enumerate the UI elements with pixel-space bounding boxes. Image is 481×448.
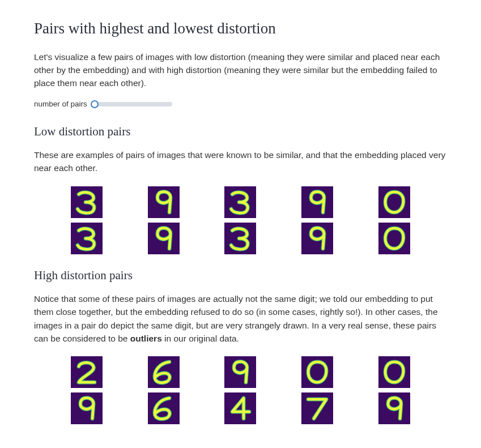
digit-image bbox=[224, 186, 256, 218]
digit-image bbox=[71, 186, 103, 218]
pairs-slider-track[interactable] bbox=[93, 102, 172, 106]
high-text-post: in our original data. bbox=[162, 334, 239, 343]
digit-image bbox=[301, 392, 333, 424]
digit-image bbox=[301, 356, 333, 388]
digit-pair bbox=[148, 186, 180, 254]
high-text: Notice that some of these pairs of image… bbox=[34, 292, 447, 345]
pairs-slider-thumb[interactable] bbox=[91, 100, 99, 108]
digit-image bbox=[148, 223, 180, 254]
pairs-slider-label: number of pairs bbox=[34, 99, 87, 110]
low-text: These are examples of pairs of images th… bbox=[34, 148, 447, 175]
pairs-slider[interactable]: number of pairs bbox=[34, 99, 447, 110]
digit-image bbox=[378, 223, 410, 254]
digit-pair bbox=[378, 186, 410, 254]
digit-image bbox=[301, 223, 333, 254]
digit-image bbox=[148, 186, 180, 218]
digit-pair bbox=[224, 356, 256, 424]
digit-image bbox=[71, 223, 103, 254]
high-text-bold: outliers bbox=[130, 334, 162, 343]
digit-image bbox=[224, 392, 256, 424]
digit-image bbox=[148, 356, 180, 388]
digit-pair bbox=[224, 186, 256, 254]
digit-pair bbox=[301, 356, 333, 424]
digit-pair bbox=[148, 356, 180, 424]
digit-pair bbox=[71, 356, 103, 424]
intro-text: Let's visualize a few pairs of images wi… bbox=[34, 50, 447, 90]
digit-image bbox=[378, 392, 410, 424]
digit-pair bbox=[301, 186, 333, 254]
digit-pair bbox=[378, 356, 410, 424]
digit-image bbox=[378, 356, 410, 388]
digit-pair bbox=[71, 186, 103, 254]
digit-image bbox=[378, 186, 410, 218]
digit-image bbox=[148, 392, 180, 424]
low-subtitle: Low distortion pairs bbox=[34, 123, 447, 141]
digit-image bbox=[71, 356, 103, 388]
low-pair-grid bbox=[45, 186, 436, 254]
section-title: Pairs with highest and lowest distortion bbox=[34, 17, 447, 40]
high-pair-grid bbox=[45, 356, 436, 424]
digit-image bbox=[301, 186, 333, 218]
digit-image bbox=[71, 392, 103, 424]
high-subtitle: High distortion pairs bbox=[34, 267, 447, 285]
digit-image bbox=[224, 223, 256, 254]
digit-image bbox=[224, 356, 256, 388]
